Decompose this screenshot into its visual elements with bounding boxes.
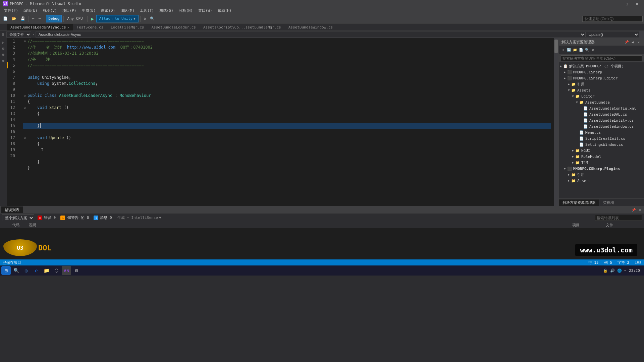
tree-reference-2[interactable]: ▶ 📁 引用: [559, 172, 644, 178]
scope-selector[interactable]: 整个解决方案: [2, 215, 34, 221]
menu-view[interactable]: 视图(V): [40, 7, 60, 14]
se-toolbar-6[interactable]: ⚙: [590, 47, 596, 53]
se-arrow-icon[interactable]: ◀: [630, 39, 635, 45]
tree-abwindow[interactable]: 📄 AssetBundleWindow.cs: [559, 123, 644, 129]
tab-assetbundleloaderasync[interactable]: AssetBundleLoaderAsync.cs ✕: [7, 24, 73, 31]
se-toolbar-3[interactable]: 📁: [572, 47, 578, 53]
se-tab-explorer[interactable]: 解决方案资源管理器: [559, 199, 599, 206]
taskbar-ie-btn[interactable]: ℯ: [32, 266, 41, 275]
close-button[interactable]: ✕: [633, 1, 641, 6]
tree-menu[interactable]: 📄 Menu.cs: [559, 129, 644, 135]
save-btn[interactable]: 💾: [19, 15, 27, 22]
se-tab-classview[interactable]: 类视图: [599, 199, 618, 206]
tree-editor-folder[interactable]: ▼ 📁 Editor: [559, 93, 644, 99]
tree-expand-assets2[interactable]: ▶: [567, 179, 571, 183]
menu-tools[interactable]: 工具(T): [137, 7, 157, 14]
code-content[interactable]: ⊟ //====================================…: [20, 38, 554, 206]
minimize-button[interactable]: ─: [612, 1, 621, 6]
se-search-input[interactable]: [561, 55, 642, 61]
tree-ngui[interactable]: ▶ 📁 NGUI: [559, 147, 644, 154]
se-toolbar-2[interactable]: 🔄: [566, 47, 572, 53]
url-link[interactable]: http://www.u3dol.com: [67, 44, 116, 50]
cpu-selector[interactable]: Any CPU: [65, 15, 86, 22]
gutter-icon-2[interactable]: ⊡: [1, 46, 6, 51]
menu-project[interactable]: 项目(P): [60, 7, 79, 14]
tree-scriptcreate[interactable]: 📄 ScriptCreatInit.cs: [559, 135, 644, 141]
debug-config[interactable]: Debug: [46, 15, 62, 22]
menu-team[interactable]: 团队(M): [118, 7, 137, 14]
error-filter-btn[interactable]: ✕ 错误 0: [36, 215, 57, 220]
tree-abentity[interactable]: 📄 AssetBundleEntity.cs: [559, 117, 644, 123]
tab-testscene[interactable]: TestScene.cs: [73, 24, 107, 31]
undo-btn[interactable]: ↩: [31, 15, 36, 22]
tree-expand-ab[interactable]: ▼: [575, 100, 579, 104]
build-filter-btn[interactable]: 生成 + IntelliSense ▼: [117, 215, 161, 220]
tab-localfilemgr[interactable]: LocalFileMgr.cs: [107, 24, 148, 31]
menu-window[interactable]: 窗口(W): [196, 7, 215, 14]
tree-expand-plugins[interactable]: ▼: [563, 167, 567, 171]
code-editor[interactable]: 1 2 3 4 5 6 7 8 9 10 11 12 13 14 15 16 1…: [7, 38, 558, 206]
tree-assets-1[interactable]: ▼ 📁 Assets: [559, 87, 644, 93]
tree-expand-t4m[interactable]: ▶: [571, 161, 575, 165]
tree-expand-solution[interactable]: ▲: [559, 64, 563, 68]
tab-close-icon[interactable]: ✕: [67, 25, 69, 29]
gutter-icon-4[interactable]: ⊟: [1, 58, 6, 63]
tree-abDAL[interactable]: 📄 AssetBundleDAL.cs: [559, 111, 644, 117]
toolbar-extra-1[interactable]: ⚙: [142, 15, 148, 22]
menu-analyze[interactable]: 分析(N): [176, 7, 196, 14]
menu-help[interactable]: 帮助(H): [215, 7, 234, 14]
taskbar-search-btn[interactable]: 🔍: [11, 266, 21, 275]
taskbar-cortana-btn[interactable]: ◎: [21, 266, 31, 275]
tree-expand-2[interactable]: ▶: [563, 76, 567, 80]
info-filter-btn[interactable]: ℹ 消息 0: [92, 215, 113, 220]
fold-icon-1[interactable]: ⊟: [23, 39, 27, 43]
fold-icon-10[interactable]: ⊟: [23, 94, 27, 98]
panel-close-icon[interactable]: ✕: [637, 207, 643, 213]
se-toolbar-4[interactable]: 📄: [578, 47, 584, 53]
tree-abconfig[interactable]: 📄 AssetBundleConfig.xml: [559, 105, 644, 111]
warn-filter-btn[interactable]: ⚠ 40警告 的 0: [59, 215, 90, 220]
gutter-icon-3[interactable]: ⊞: [1, 52, 6, 57]
tree-settings[interactable]: 📄 SettingsWindow.cs: [559, 141, 644, 147]
tree-expand-assets1[interactable]: ▼: [567, 88, 571, 92]
scroll-thumb[interactable]: [554, 40, 558, 53]
toolbar-extra-2[interactable]: 🔍: [148, 15, 156, 22]
tree-expand-ref1[interactable]: ▶: [567, 82, 571, 86]
attach-to-unity-button[interactable]: Attach to Unity ▼: [96, 15, 139, 22]
tab-assetbundlewindow[interactable]: AssetBundleWindow.cs: [285, 24, 336, 31]
redo-btn[interactable]: ↪: [37, 15, 43, 22]
error-search-input[interactable]: [595, 215, 642, 221]
menu-test[interactable]: 测试(S): [157, 7, 176, 14]
tree-expand-editor[interactable]: ▼: [571, 94, 575, 98]
tree-solution[interactable]: ▲ 📋 解决方案'MMORPG' (3 个项目): [559, 63, 644, 69]
tree-mmorpg-csharp[interactable]: ▶ ⬛ MMORPG.CSharp: [559, 69, 644, 75]
taskbar-file-btn[interactable]: 📁: [42, 266, 51, 275]
tree-rolemodel[interactable]: ▶ 📁 RoleModel: [559, 154, 644, 160]
taskbar-extra-btn[interactable]: 🖥: [72, 266, 81, 275]
maximize-button[interactable]: □: [623, 1, 631, 6]
tree-expand-ngui[interactable]: ▶: [571, 148, 575, 153]
tree-assets-2[interactable]: ▶ 📁 Assets: [559, 178, 644, 184]
menu-build[interactable]: 生成(B): [79, 7, 99, 14]
breadcrumb-dropdown[interactable]: 杂项文件: [6, 32, 31, 38]
tab-assetbundleloader[interactable]: AssetBundleLoader.cs: [148, 24, 199, 31]
se-pin-icon[interactable]: 📌: [624, 39, 629, 45]
tree-t4m[interactable]: ▶ 📁 T4M: [559, 160, 644, 166]
tree-plugins[interactable]: ▼ ⬛ MMORPG.CSharp.Plugins: [559, 166, 644, 172]
fold-icon-12[interactable]: ⊟: [23, 106, 27, 110]
quick-launch-input[interactable]: [582, 16, 643, 22]
taskbar-start-btn[interactable]: ⊞: [1, 266, 11, 275]
taskbar-unity-btn[interactable]: ⬡: [52, 266, 61, 275]
start-btn[interactable]: ▶: [89, 15, 95, 22]
taskbar-vs-btn[interactable]: VS: [62, 266, 71, 275]
se-toolbar-5[interactable]: 🔍: [584, 47, 590, 53]
menu-debug[interactable]: 调试(D): [98, 7, 118, 14]
tree-reference-1[interactable]: ▶ 📁 引用: [559, 81, 644, 87]
file-dropdown[interactable]: AssetBundleLoaderAsync: [36, 32, 586, 38]
tree-expand-ref2[interactable]: ▶: [567, 173, 571, 177]
tree-expand-rolemodel[interactable]: ▶: [571, 155, 575, 159]
tree-mmorpg-editor[interactable]: ▶ ⬛ MMORPG.CSharp.Editor: [559, 75, 644, 81]
panel-pin-icon[interactable]: 📌: [631, 207, 636, 213]
tree-assetbundle-folder[interactable]: ▼ 📁 AssetBundle: [559, 99, 644, 105]
menu-edit[interactable]: 编辑(E): [21, 7, 40, 14]
